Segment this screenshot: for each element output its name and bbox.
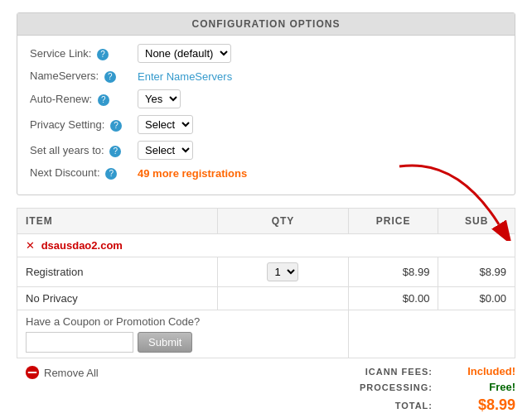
qty-privacy (217, 287, 348, 310)
col-qty: QTY (217, 209, 348, 234)
qty-registration: 1 (217, 257, 348, 287)
icann-value: Included! (441, 365, 515, 377)
order-table: ITEM QTY PRICE SUB ✕ dsausdao2.com Regis… (17, 208, 515, 358)
order-section: ITEM QTY PRICE SUB ✕ dsausdao2.com Regis… (17, 208, 515, 417)
years-label: Set all years to: ? (30, 144, 138, 157)
config-row-years: Set all years to: ? Select (30, 141, 502, 160)
config-header: CONFIGURATION OPTIONS (17, 13, 515, 36)
price-registration: $8.99 (348, 257, 438, 287)
config-body: Service Link: ? None (default) NameServe… (17, 36, 515, 195)
total-row: TOTAL: $8.99 (333, 396, 515, 414)
table-header-row: ITEM QTY PRICE SUB (17, 209, 515, 234)
coupon-input[interactable] (26, 332, 133, 353)
nameservers-label: NameServers: ? (30, 70, 138, 83)
col-sub: SUB (438, 209, 515, 234)
table-row: Registration 1 $8.99 $8.99 (17, 257, 515, 287)
coupon-cell: Have a Coupon or Promotion Code? Submit (17, 310, 349, 358)
config-row-privacy: Privacy Setting: ? Select (30, 115, 502, 134)
autorenew-help-icon[interactable]: ? (98, 94, 109, 106)
total-value: $8.99 (441, 396, 515, 414)
item-registration: Registration (17, 257, 218, 287)
config-row-service-link: Service Link: ? None (default) (30, 44, 502, 63)
processing-row: PROCESSING: Free! (333, 381, 515, 393)
processing-value: Free! (441, 381, 515, 393)
qty-select[interactable]: 1 (267, 262, 298, 281)
privacy-select[interactable]: Select (138, 115, 193, 134)
service-link-value: None (default) (138, 44, 231, 63)
sub-registration: $8.99 (438, 257, 515, 287)
item-privacy: No Privacy (17, 287, 218, 310)
nameservers-help-icon[interactable]: ? (104, 71, 116, 83)
config-row-nameservers: NameServers: ? Enter NameServers (30, 70, 502, 83)
domain-cell: ✕ dsausdao2.com (17, 234, 515, 257)
col-price: PRICE (348, 209, 438, 234)
icann-label: ICANN FEES: (333, 367, 441, 377)
discount-value: 49 more registrations (138, 167, 247, 180)
config-row-autorenew: Auto-Renew: ? Yes (30, 89, 502, 108)
domain-row: ✕ dsausdao2.com (17, 234, 515, 257)
enter-nameservers-link[interactable]: Enter NameServers (138, 70, 232, 83)
col-item: ITEM (17, 209, 218, 234)
config-options-panel: CONFIGURATION OPTIONS Service Link: ? No… (17, 12, 515, 195)
domain-error-icon: ✕ (26, 239, 35, 252)
autorenew-select[interactable]: Yes (138, 89, 181, 108)
total-label: TOTAL: (333, 401, 441, 411)
service-link-help-icon[interactable]: ? (97, 49, 109, 60)
coupon-row: Have a Coupon or Promotion Code? Submit (17, 310, 515, 358)
table-row: No Privacy $0.00 $0.00 (17, 287, 515, 310)
coupon-spacer (348, 310, 515, 358)
price-privacy: $0.00 (348, 287, 438, 310)
coupon-input-row: Submit (26, 332, 340, 353)
discount-text: 49 more registrations (138, 167, 247, 180)
config-row-discount: Next Discount: ? 49 more registrations (30, 166, 502, 180)
remove-icon (25, 365, 40, 380)
discount-help-icon[interactable]: ? (105, 168, 117, 180)
coupon-submit-button[interactable]: Submit (138, 332, 192, 353)
arrow-container: ITEM QTY PRICE SUB ✕ dsausdao2.com Regis… (17, 208, 515, 358)
service-link-select[interactable]: None (default) (138, 44, 231, 63)
coupon-label: Have a Coupon or Promotion Code? (26, 315, 340, 328)
totals-section: Remove All ICANN FEES: Included! PROCESS… (17, 365, 515, 417)
remove-all-button[interactable]: Remove All (25, 365, 99, 380)
years-value: Select (138, 141, 193, 160)
processing-label: PROCESSING: (333, 382, 441, 392)
privacy-help-icon[interactable]: ? (110, 120, 122, 132)
service-link-label: Service Link: ? (30, 47, 138, 60)
domain-name: dsausdao2.com (41, 239, 123, 252)
remove-all-label: Remove All (44, 367, 99, 379)
autorenew-label: Auto-Renew: ? (30, 93, 138, 106)
years-select[interactable]: Select (138, 141, 193, 160)
autorenew-value: Yes (138, 89, 181, 108)
privacy-label: Privacy Setting: ? (30, 118, 138, 132)
sub-privacy: $0.00 (438, 287, 515, 310)
privacy-value: Select (138, 115, 193, 134)
nameservers-value: Enter NameServers (138, 70, 232, 83)
svg-rect-2 (28, 372, 37, 373)
discount-label: Next Discount: ? (30, 166, 138, 180)
icann-row: ICANN FEES: Included! (333, 365, 515, 377)
years-help-icon[interactable]: ? (109, 146, 121, 157)
totals-table: ICANN FEES: Included! PROCESSING: Free! … (333, 365, 515, 417)
